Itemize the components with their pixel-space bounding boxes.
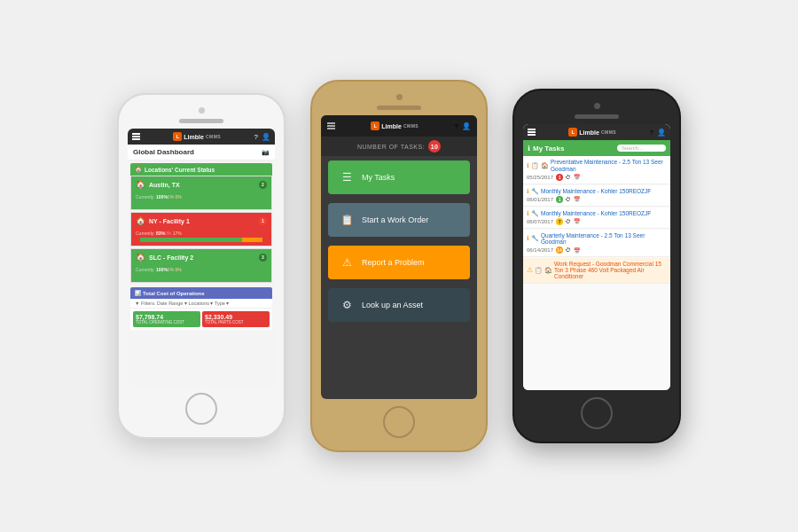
phone1-speaker: [179, 119, 223, 123]
app3-title-bar: ℹ My Tasks Search...: [523, 140, 670, 156]
app2-logo-icon: L: [371, 121, 379, 130]
task-item-1[interactable]: ℹ 📋 🏠 Preventative Maintenance - 2.5 Ton…: [523, 156, 670, 184]
app2-topbar: L Limble CMMS ? 👤: [321, 115, 477, 137]
cost-header: 📊 Total Cost of Operations: [130, 287, 272, 299]
task1-doc-icon: 📋: [531, 162, 539, 169]
task2-row1: ℹ 🔧 Monthly Maintenance - Kohler 150REOZ…: [527, 188, 667, 195]
app2-logo-cmms: CMMS: [403, 123, 419, 129]
app2-report-problem-label: Report a Problem: [362, 258, 425, 267]
location1-badge: 2: [259, 181, 267, 189]
task2-title: Monthly Maintenance - Kohler 150REOZJF: [541, 188, 651, 195]
app2-work-order-btn[interactable]: 📋 Start a Work Order: [328, 203, 470, 237]
app2-user-icon[interactable]: 👤: [462, 122, 471, 130]
app2-task-count-bar: NUMBER OF TASKS: 10: [321, 137, 477, 156]
task3-wrench-icon: 🔧: [531, 210, 539, 217]
task3-date-row: 06/07/2017 7 ⏱ 📅: [527, 218, 667, 225]
phone2-speaker: [377, 106, 421, 110]
cost1-amount: $7,798.74: [136, 314, 198, 320]
limble-logo-cmms: CMMS: [206, 134, 221, 139]
cost-section: 📊 Total Cost of Operations ▼ Filters: Da…: [130, 287, 272, 330]
app3-logo-text: Limble: [579, 129, 599, 136]
task3-info-icon: ℹ: [527, 210, 529, 217]
phone2-screen: L Limble CMMS ? 👤 NUMBER OF TASKS: 10: [321, 115, 477, 399]
search-placeholder: Search...: [622, 145, 643, 151]
task-item-3[interactable]: ℹ 🔧 Monthly Maintenance - Kohler 150REOZ…: [523, 207, 670, 229]
app3-user-icon[interactable]: 👤: [657, 129, 666, 137]
task1-badge: 1: [556, 174, 563, 181]
task-item-4[interactable]: ℹ 🔧 Quarterly Maintenance - 2.5 Ton 13 S…: [523, 230, 670, 258]
app1-topbar: L Limble CMMS ? 👤: [128, 129, 275, 145]
app2-lookup-asset-btn[interactable]: ⚙ Look up an Asset: [328, 288, 470, 322]
location2-house-icon: 🏠: [136, 216, 145, 225]
task5-row1: ⚠ 📋 🏠 Work Request - Goodman Commercial …: [527, 261, 667, 279]
cost-filter[interactable]: ▼ Filters: Date Range ▾ Locations ▾ Type…: [130, 299, 272, 309]
location3-name: SLC - Facility 2: [149, 254, 193, 261]
app3-logo: L Limble CMMS: [568, 128, 616, 137]
limble-logo-text: Limble: [184, 134, 204, 140]
app3-hamburger-icon[interactable]: [528, 129, 536, 136]
location-card-1-body: 🏠 Austin, TX 2: [131, 176, 271, 192]
phone1-home-button[interactable]: [185, 393, 217, 425]
app1-logo: L Limble CMMS: [173, 132, 221, 141]
task2-wrench-icon: 🔧: [531, 188, 539, 195]
app3-topbar-icons: ? 👤: [650, 129, 666, 137]
help-icon[interactable]: ?: [254, 133, 258, 141]
cost2-label: TOTAL PARTS COST: [205, 320, 267, 325]
home-icon: 🏠: [135, 166, 142, 173]
task2-date: 06/01/2017: [527, 197, 553, 202]
phone-1: L Limble CMMS ? 👤 Global Dashboard 📷: [117, 93, 286, 439]
task-count-label: NUMBER OF TASKS:: [357, 144, 425, 150]
location1-status-bar: [140, 201, 262, 206]
task4-date: 06/14/2017: [527, 247, 553, 253]
location1-status: Currently: 100%0% 0%: [131, 192, 271, 209]
app2-work-order-label: Start a Work Order: [362, 215, 428, 224]
camera-icon[interactable]: 📷: [262, 149, 270, 156]
task4-cal-icon: 📅: [574, 247, 580, 254]
app2-my-tasks-btn[interactable]: ☰ My Tasks: [328, 160, 470, 194]
task-item-2[interactable]: ℹ 🔧 Monthly Maintenance - Kohler 150REOZ…: [523, 185, 670, 207]
task5-doc-icon: 📋: [535, 267, 543, 274]
task2-cal-icon: 📅: [574, 196, 580, 202]
phone2-home-button[interactable]: [383, 406, 415, 438]
location-card-3: 🏠 SLC - Facility 2 3 Currently: 100%0% 0…: [130, 248, 272, 283]
app3-topbar: L Limble CMMS ? 👤: [523, 124, 670, 140]
app2-help-icon[interactable]: ?: [455, 122, 458, 130]
location2-badge: 1: [259, 217, 267, 225]
cost-cards: $7,798.74 TOTAL OPERATING COST $2,330.49…: [130, 309, 272, 330]
app2-asset-icon: ⚙: [339, 297, 355, 313]
app2-report-problem-btn[interactable]: ⚠ Report a Problem: [328, 246, 470, 279]
app2-logo-text: Limble: [381, 123, 402, 129]
app1-topbar-icons: ? 👤: [254, 133, 270, 141]
location2-orange-bar: [242, 238, 262, 242]
task2-date-row: 06/01/2017 1 ⏱ 📅: [527, 196, 667, 203]
cost-card-1: $7,798.74 TOTAL OPERATING COST: [133, 311, 200, 327]
hamburger-icon[interactable]: [132, 133, 140, 140]
location1-house-icon: 🏠: [136, 180, 145, 189]
task-item-5[interactable]: ⚠ 📋 🏠 Work Request - Goodman Commercial …: [523, 258, 670, 284]
app2-lookup-asset-label: Look up an Asset: [362, 301, 423, 309]
app3-info-icon: ℹ: [528, 145, 530, 153]
phone3-screen: L Limble CMMS ? 👤 ℹ My Tasks: [523, 124, 670, 390]
phone3-home-button[interactable]: [581, 397, 613, 429]
search-box[interactable]: Search...: [617, 145, 666, 152]
chart-icon: 📊: [135, 290, 141, 296]
app3-logo-icon: L: [568, 128, 577, 137]
task4-clock-icon: ⏱: [566, 247, 571, 253]
user-icon[interactable]: 👤: [262, 133, 270, 141]
task1-clock-icon: ⏱: [566, 175, 571, 180]
location-card-1: 🏠 Austin, TX 2 Currently: 100%0% 0%: [130, 176, 272, 210]
app2-logo: L Limble CMMS: [371, 121, 419, 130]
app3-logo-cmms: CMMS: [601, 129, 616, 135]
task1-title: Preventative Maintenance - 2.5 Ton 13 Se…: [551, 159, 667, 173]
location2-name: NY - Facility 1: [149, 218, 190, 224]
task1-home-icon: 🏠: [541, 162, 549, 169]
task5-title: Work Request - Goodman Commercial 15 Ton…: [554, 261, 667, 279]
app2-hamburger-icon[interactable]: [327, 122, 335, 129]
app3-help-icon[interactable]: ?: [650, 129, 653, 137]
task4-title: Quarterly Maintenance - 2.5 Ton 13 Seer …: [541, 232, 667, 246]
scene: L Limble CMMS ? 👤 Global Dashboard 📷: [0, 0, 798, 532]
cost1-label: TOTAL OPERATING COST: [136, 320, 198, 325]
app2-my-tasks-label: My Tasks: [362, 173, 395, 182]
task-list: ℹ 📋 🏠 Preventative Maintenance - 2.5 Ton…: [523, 156, 670, 390]
app1-title-bar: Global Dashboard 📷: [128, 145, 275, 160]
